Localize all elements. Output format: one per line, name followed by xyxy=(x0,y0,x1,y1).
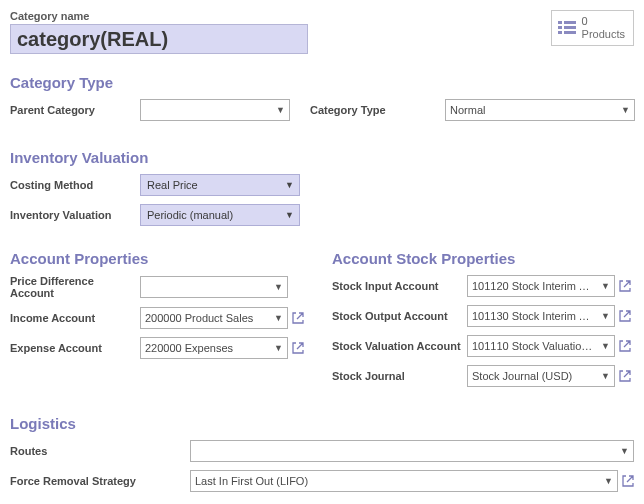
caret-down-icon: ▼ xyxy=(604,476,613,486)
category-name-label: Category name xyxy=(10,10,308,22)
external-link-icon[interactable] xyxy=(619,370,631,382)
external-link-icon[interactable] xyxy=(292,342,304,354)
products-button[interactable]: 0 Products xyxy=(551,10,634,46)
svg-rect-0 xyxy=(558,21,562,24)
svg-rect-2 xyxy=(558,26,562,29)
caret-down-icon: ▼ xyxy=(621,105,630,115)
caret-down-icon: ▼ xyxy=(601,311,610,321)
external-link-icon[interactable] xyxy=(619,280,631,292)
section-title-inventory-valuation: Inventory Valuation xyxy=(10,149,634,166)
category-type-label: Category Type xyxy=(310,104,445,116)
caret-down-icon: ▼ xyxy=(274,313,283,323)
force-removal-strategy-select[interactable]: Last In First Out (LIFO) ▼ xyxy=(190,470,618,492)
stock-output-account-select[interactable]: 101130 Stock Interim Account ▼ xyxy=(467,305,615,327)
stock-input-account-select[interactable]: 101120 Stock Interim Account ▼ xyxy=(467,275,615,297)
parent-category-label: Parent Category xyxy=(10,104,140,116)
external-link-icon[interactable] xyxy=(619,340,631,352)
inventory-valuation-label: Inventory Valuation xyxy=(10,209,140,221)
svg-rect-3 xyxy=(564,26,576,29)
external-link-icon[interactable] xyxy=(619,310,631,322)
costing-method-select[interactable]: Real Price ▼ xyxy=(140,174,300,196)
products-label: Products xyxy=(582,28,625,41)
stock-valuation-account-select[interactable]: 101110 Stock Valuation Accou ▼ xyxy=(467,335,615,357)
income-account-select[interactable]: 200000 Product Sales ▼ xyxy=(140,307,288,329)
stock-output-account-label: Stock Output Account xyxy=(332,310,467,322)
caret-down-icon: ▼ xyxy=(601,371,610,381)
caret-down-icon: ▼ xyxy=(620,446,629,456)
category-type-select[interactable]: Normal ▼ xyxy=(445,99,635,121)
force-removal-strategy-label: Force Removal Strategy xyxy=(10,475,190,487)
caret-down-icon: ▼ xyxy=(274,343,283,353)
section-title-account-properties: Account Properties xyxy=(10,250,312,267)
caret-down-icon: ▼ xyxy=(285,210,294,220)
costing-method-label: Costing Method xyxy=(10,179,140,191)
category-name-input[interactable] xyxy=(10,24,308,54)
section-title-category-type: Category Type xyxy=(10,74,634,91)
svg-rect-1 xyxy=(564,21,576,24)
caret-down-icon: ▼ xyxy=(276,105,285,115)
section-title-account-stock-properties: Account Stock Properties xyxy=(332,250,634,267)
caret-down-icon: ▼ xyxy=(285,180,294,190)
products-count: 0 xyxy=(582,15,625,28)
price-diff-account-label: Price Difference Account xyxy=(10,275,140,299)
inventory-valuation-select[interactable]: Periodic (manual) ▼ xyxy=(140,204,300,226)
svg-rect-5 xyxy=(564,31,576,34)
income-account-label: Income Account xyxy=(10,312,140,324)
external-link-icon[interactable] xyxy=(292,312,304,324)
routes-label: Routes xyxy=(10,445,190,457)
parent-category-select[interactable]: ▼ xyxy=(140,99,290,121)
caret-down-icon: ▼ xyxy=(274,282,283,292)
list-icon xyxy=(558,21,576,35)
stock-journal-label: Stock Journal xyxy=(332,370,467,382)
price-diff-account-select[interactable]: ▼ xyxy=(140,276,288,298)
stock-journal-select[interactable]: Stock Journal (USD) ▼ xyxy=(467,365,615,387)
expense-account-select[interactable]: 220000 Expenses ▼ xyxy=(140,337,288,359)
caret-down-icon: ▼ xyxy=(601,341,610,351)
stock-input-account-label: Stock Input Account xyxy=(332,280,467,292)
products-text: 0 Products xyxy=(582,15,625,41)
routes-select[interactable]: ▼ xyxy=(190,440,634,462)
expense-account-label: Expense Account xyxy=(10,342,140,354)
caret-down-icon: ▼ xyxy=(601,281,610,291)
stock-valuation-account-label: Stock Valuation Account xyxy=(332,340,467,352)
svg-rect-4 xyxy=(558,31,562,34)
external-link-icon[interactable] xyxy=(622,475,634,487)
section-title-logistics: Logistics xyxy=(10,415,634,432)
